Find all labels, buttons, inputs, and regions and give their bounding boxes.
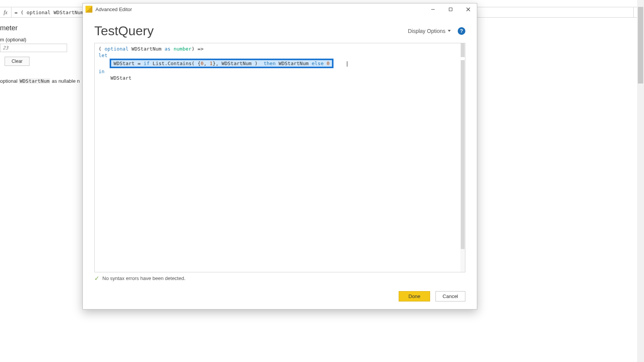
help-icon[interactable]: ? [458, 27, 465, 35]
maximize-button[interactable] [442, 3, 459, 15]
check-icon: ✓ [94, 275, 99, 282]
panel-title: meter [0, 24, 80, 32]
code-editor-container: ( optional WDStartNum as number) => let … [94, 43, 465, 272]
highlighted-code-line: WDStart = if List.Contains( {0, 1}, WDSt… [110, 59, 334, 68]
status-line: ✓ No syntax errors have been detected. [83, 272, 477, 282]
fx-icon[interactable]: fx [0, 7, 12, 17]
window-title: Advanced Editor [95, 7, 424, 12]
page-scrollbar[interactable] [637, 0, 644, 362]
parameter-label: m (optional) [0, 37, 80, 43]
svg-rect-1 [449, 8, 452, 11]
titlebar: Advanced Editor [83, 3, 477, 15]
status-text: No syntax errors have been detected. [102, 275, 186, 281]
display-options-dropdown[interactable]: Display Options [408, 28, 451, 34]
chevron-down-icon [448, 30, 451, 32]
cancel-button[interactable]: Cancel [435, 291, 465, 301]
clear-button[interactable]: Clear [5, 57, 30, 66]
close-button[interactable] [459, 3, 477, 15]
code-editor[interactable]: ( optional WDStartNum as number) => let … [95, 43, 465, 272]
code-scrollbar[interactable] [460, 43, 465, 272]
editor-footer: Done Cancel [83, 282, 477, 309]
app-icon [85, 6, 92, 13]
parameter-input[interactable] [0, 44, 67, 52]
parameter-panel: meter m (optional) Clear optional WDStar… [0, 21, 80, 84]
parameter-description: optional WDStartNum as nullable n [0, 78, 80, 84]
advanced-editor-window: Advanced Editor TestQuery Display Option… [82, 3, 477, 310]
text-cursor [347, 61, 347, 67]
editor-header: TestQuery Display Options ? [83, 15, 477, 41]
query-name: TestQuery [94, 23, 154, 38]
minimize-button[interactable] [424, 3, 442, 15]
done-button[interactable]: Done [399, 291, 430, 301]
